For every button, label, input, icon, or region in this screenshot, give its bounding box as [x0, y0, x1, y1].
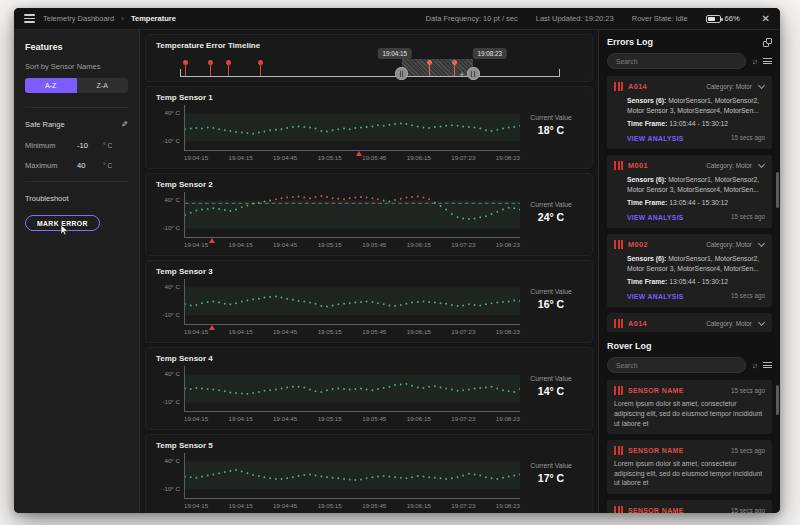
sort-icon[interactable]: ↓↑ — [752, 58, 757, 65]
current-value-block: Current Value 14° C — [520, 366, 582, 412]
x-axis-labels: 19:04:1519:04:1519:04:4519:05:1519:05:45… — [184, 502, 520, 509]
chevron-down-icon[interactable] — [758, 161, 765, 168]
log-bars-icon — [614, 506, 623, 513]
chevron-down-icon[interactable] — [758, 82, 765, 89]
error-pin[interactable] — [185, 63, 187, 76]
error-timeframe: Time Frame: 13:05:44 - 15:30:12 — [627, 198, 765, 208]
rover-state-status: Rover State: Idle — [632, 14, 688, 23]
chart-plot[interactable] — [184, 366, 520, 412]
x-axis-tick-label: 19:04:15 — [229, 502, 253, 509]
rover-log-title: Rover Log — [607, 341, 652, 351]
chevron-right-icon: › — [121, 14, 124, 23]
log-sensor-name: SENSOR NAME — [628, 387, 684, 394]
sort-icon[interactable]: ↓↑ — [752, 362, 757, 369]
sensor-chart-card: Temp Sensor 2 40° C -10° C Current Value… — [145, 173, 593, 256]
selection-start-handle[interactable] — [395, 67, 408, 80]
sort-toggle-group: A-Z Z-A — [25, 78, 128, 93]
main-content: Temperature Error Timeline +19:04:1519:0… — [140, 30, 598, 513]
axis-error-marker — [209, 238, 215, 243]
mark-error-button[interactable]: MARK ERROR — [25, 215, 100, 231]
view-analysis-link[interactable]: VIEW ANALYSIS — [627, 213, 684, 223]
sidebar-title: Features — [25, 42, 128, 52]
y-axis-max-label: 40° C — [164, 109, 180, 116]
current-value-label: Current Value — [520, 462, 582, 469]
chart-plot[interactable] — [184, 279, 520, 325]
filter-icon[interactable] — [763, 362, 772, 368]
divider — [25, 107, 128, 108]
zoom-plus-icon[interactable]: + — [459, 70, 464, 80]
log-sensor-name: SENSOR NAME — [628, 507, 684, 513]
view-analysis-link[interactable]: VIEW ANALYSIS — [627, 292, 684, 302]
menu-icon[interactable] — [24, 14, 35, 23]
y-axis-min-label: -10° C — [162, 137, 180, 144]
sensor-name: Temp Sensor 1 — [156, 93, 582, 102]
log-timestamp: 15 secs ago — [731, 387, 765, 394]
edit-icon[interactable]: ✎ — [121, 120, 128, 129]
error-pin[interactable] — [210, 63, 212, 76]
last-updated-status: Last Updated: 19:20:23 — [536, 14, 614, 23]
error-pin[interactable] — [228, 63, 230, 76]
maximum-label: Maximum — [25, 161, 77, 170]
breadcrumb-app-title[interactable]: Telemetry Dashboard — [43, 14, 114, 23]
error-timestamp: 15 secs ago — [731, 292, 765, 301]
x-axis-tick-label: 19:05:45 — [362, 415, 386, 422]
error-bars-icon — [614, 240, 623, 249]
chevron-down-icon[interactable] — [758, 319, 765, 326]
error-pin[interactable] — [260, 63, 262, 76]
rover-log-entry[interactable]: SENSOR NAME 15 secs ago Lorem ipsum dolo… — [607, 440, 772, 494]
x-axis-tick-label: 19:04:15 — [229, 415, 253, 422]
timeline-track[interactable]: +19:04:1519:08:23 — [180, 50, 560, 82]
filter-icon[interactable] — [763, 58, 772, 64]
sensor-chart-card: Temp Sensor 3 40° C -10° C Current Value… — [145, 260, 593, 343]
x-axis-labels: 19:04:1519:04:1519:04:4519:05:1519:05:45… — [184, 328, 520, 335]
close-icon[interactable]: ✕ — [762, 13, 770, 24]
sort-za-button[interactable]: Z-A — [77, 78, 129, 93]
error-card-header[interactable]: M001 Category: Motor — [607, 155, 772, 174]
chevron-down-icon[interactable] — [758, 240, 765, 247]
x-axis-tick-label: 19:05:15 — [318, 415, 342, 422]
view-analysis-link[interactable]: VIEW ANALYSIS — [627, 134, 684, 144]
selection-end-handle[interactable] — [467, 67, 480, 80]
x-axis-tick-label: 19:07:23 — [451, 241, 475, 248]
x-axis-tick-label: 19:05:45 — [362, 328, 386, 335]
x-axis-tick-label: 19:06:15 — [407, 154, 431, 161]
errors-log-scrollbar[interactable] — [776, 172, 779, 208]
current-value-block: Current Value 24° C — [520, 192, 582, 238]
current-value: 18° C — [520, 124, 582, 136]
breadcrumb-page-title: Temperature — [131, 14, 176, 23]
rover-log-scrollbar[interactable] — [776, 385, 779, 415]
rover-log-entry[interactable]: SENSOR NAME 15 secs ago Lorem ipsum dolo… — [607, 380, 772, 434]
x-axis-tick-label: 19:07:23 — [451, 154, 475, 161]
x-axis-tick-label: 19:04:15 — [184, 502, 208, 509]
rover-log-entry[interactable]: SENSOR NAME 15 secs ago Lorem ipsum dolo… — [607, 500, 772, 513]
error-timestamp: 15 secs ago — [731, 134, 765, 143]
y-axis-min-label: -10° C — [162, 224, 180, 231]
error-card-header[interactable]: M002 Category: Motor — [607, 234, 772, 253]
error-card-header[interactable]: A014 Category: Motor — [607, 76, 772, 95]
y-axis-max-label: 40° C — [164, 283, 180, 290]
error-bars-icon — [614, 319, 623, 328]
chart-plot[interactable] — [184, 453, 520, 499]
topbar: Telemetry Dashboard › Temperature Data F… — [14, 8, 780, 30]
error-sensors: Sensors (6): MotorSensor1, MotorSensor2,… — [627, 96, 765, 115]
x-axis-tick-label: 19:06:15 — [407, 241, 431, 248]
sensor-name: Temp Sensor 2 — [156, 180, 582, 189]
errors-log-search-input[interactable] — [607, 53, 746, 69]
chart-plot[interactable] — [184, 105, 520, 151]
error-card-header[interactable]: A014 Category: Motor — [607, 313, 772, 332]
rover-log-search-input[interactable] — [607, 357, 746, 373]
chart-plot[interactable] — [184, 192, 520, 238]
x-axis-tick-label: 19:04:15 — [184, 328, 208, 335]
axis-error-marker — [209, 325, 215, 330]
x-axis-tick-label: 19:07:23 — [451, 328, 475, 335]
sort-az-button[interactable]: A-Z — [25, 78, 77, 93]
maximum-value[interactable]: 40 — [77, 161, 103, 170]
features-sidebar: Features Sort by Sensor Names A-Z Z-A Sa… — [14, 30, 140, 513]
current-value: 24° C — [520, 211, 582, 223]
y-axis-min-label: -10° C — [162, 311, 180, 318]
app-window: Telemetry Dashboard › Temperature Data F… — [14, 8, 780, 513]
minimum-value[interactable]: -10 — [77, 141, 103, 150]
copy-icon[interactable] — [763, 38, 772, 47]
x-axis-labels: 19:04:1519:04:1519:04:4519:05:1519:05:45… — [184, 415, 520, 422]
error-card: A014 Category: Motor — [607, 313, 772, 332]
